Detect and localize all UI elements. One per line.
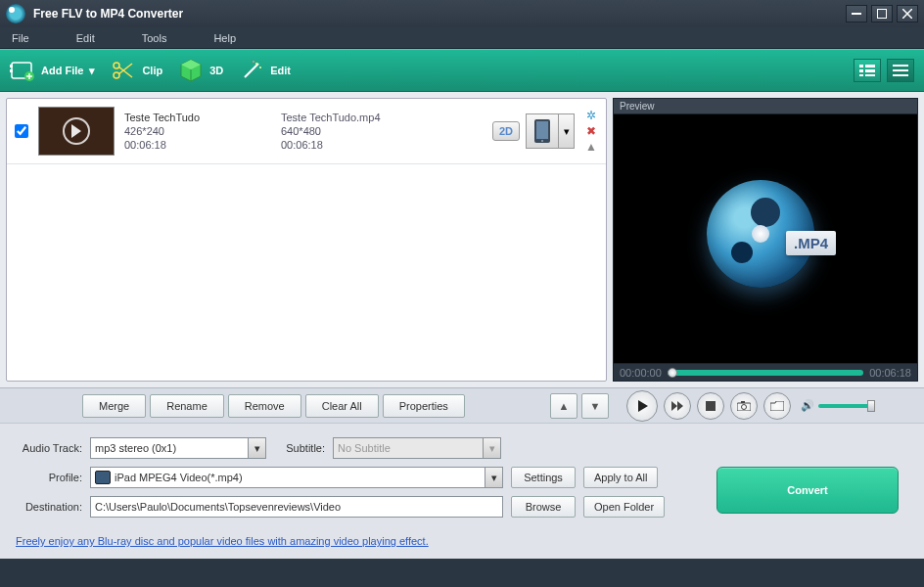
add-file-button[interactable]: Add File ▾ <box>10 58 95 83</box>
edit-label: Edit <box>270 65 291 76</box>
player-controls: 🔊 <box>619 387 924 423</box>
row-settings-icon[interactable]: ✲ <box>584 109 598 122</box>
subtitle-select[interactable]: No Subtitle ▾ <box>333 437 501 459</box>
fast-forward-button[interactable] <box>664 392 691 420</box>
file-list: Teste TechTudo 426*240 00:06:18 Teste Te… <box>7 99 606 381</box>
row-remove-icon[interactable]: ✖ <box>584 124 598 138</box>
file-resolution: 426*240 <box>124 124 271 138</box>
stop-button[interactable] <box>697 392 724 420</box>
output-resolution: 640*480 <box>281 124 428 138</box>
menu-file[interactable]: File <box>12 32 29 44</box>
preview-video-area[interactable]: .MP4 <box>613 113 918 364</box>
volume-handle[interactable] <box>867 400 875 412</box>
apply-to-all-button[interactable]: Apply to All <box>583 467 658 488</box>
profile-select[interactable]: iPad MPEG4 Video(*.mp4) ▾ <box>90 467 503 488</box>
file-checkbox[interactable] <box>15 124 28 138</box>
maximize-button[interactable] <box>871 5 893 23</box>
timeline-end: 00:06:18 <box>869 367 911 379</box>
move-down-button[interactable]: ▼ <box>581 393 609 419</box>
svg-rect-31 <box>536 121 548 139</box>
merge-button[interactable]: Merge <box>82 394 146 418</box>
timeline-start: 00:00:00 <box>620 367 662 379</box>
add-file-icon <box>10 58 35 83</box>
properties-button[interactable]: Properties <box>383 394 465 418</box>
svg-marker-34 <box>671 401 677 411</box>
output-name: Teste TechTudo.mp4 <box>281 111 428 124</box>
svg-rect-25 <box>859 74 863 76</box>
rename-button[interactable]: Rename <box>150 394 224 418</box>
profile-value: iPad MPEG4 Video(*.mp4) <box>115 472 243 483</box>
browse-button[interactable]: Browse <box>511 496 576 518</box>
2d-3d-toggle[interactable]: 2D <box>492 121 520 141</box>
subtitle-label: Subtitle: <box>274 442 325 454</box>
svg-rect-24 <box>865 69 875 72</box>
profile-label: Profile: <box>16 472 82 483</box>
wand-icon <box>239 58 264 83</box>
view-thumbnails-button[interactable] <box>854 59 881 82</box>
video-thumbnail[interactable] <box>38 107 115 156</box>
chevron-down-icon: ▾ <box>248 438 265 458</box>
file-list-panel: Teste TechTudo 426*240 00:06:18 Teste Te… <box>6 98 607 382</box>
open-folder-button[interactable]: Open Folder <box>583 496 665 518</box>
menu-bar: File Edit Tools Help <box>0 27 924 49</box>
clip-button[interactable]: Clip <box>111 58 162 83</box>
open-file-button[interactable] <box>763 392 791 420</box>
snapshot-button[interactable] <box>730 392 758 420</box>
folder-icon <box>770 401 784 411</box>
device-profile-dropdown[interactable]: ▾ <box>559 113 575 149</box>
audio-track-select[interactable]: mp3 stereo (0x1) ▾ <box>90 437 266 459</box>
output-duration: 00:06:18 <box>281 138 428 152</box>
svg-rect-5 <box>10 65 13 68</box>
remove-button[interactable]: Remove <box>228 394 301 418</box>
3d-label: 3D <box>209 65 223 76</box>
svg-rect-23 <box>859 69 863 72</box>
destination-input[interactable]: C:\Users\Paulo\Documents\Topsevenreviews… <box>90 496 503 518</box>
close-button[interactable] <box>897 5 918 23</box>
preview-panel: Preview .MP4 00:00:00 00:06:18 <box>613 98 918 382</box>
3d-button[interactable]: 3D <box>178 58 223 83</box>
row-move-icon[interactable]: ▲ <box>584 140 598 154</box>
convert-button[interactable]: Convert <box>716 467 899 514</box>
menu-edit[interactable]: Edit <box>76 32 95 44</box>
seek-track[interactable] <box>668 370 863 376</box>
chevron-down-icon: ▾ <box>89 65 95 77</box>
settings-button[interactable]: Settings <box>511 467 576 488</box>
svg-rect-28 <box>893 69 908 71</box>
menu-tools[interactable]: Tools <box>142 32 167 44</box>
svg-point-10 <box>114 63 119 68</box>
play-button[interactable] <box>626 390 658 422</box>
scissors-icon <box>111 58 136 83</box>
move-up-button[interactable]: ▲ <box>550 393 578 419</box>
svg-rect-39 <box>741 401 745 403</box>
svg-rect-27 <box>893 65 908 67</box>
edit-button[interactable]: Edit <box>239 58 291 83</box>
app-logo-icon <box>6 4 25 23</box>
file-row[interactable]: Teste TechTudo 426*240 00:06:18 Teste Te… <box>7 99 606 164</box>
preview-label: Preview <box>613 98 918 113</box>
seek-handle[interactable] <box>668 368 677 378</box>
destination-value: C:\Users\Paulo\Documents\Topsevenreviews… <box>95 501 341 513</box>
view-list-button[interactable] <box>887 59 914 82</box>
device-profile-button[interactable] <box>526 113 559 149</box>
subtitle-value: No Subtitle <box>338 442 391 454</box>
volume-slider[interactable] <box>818 404 875 408</box>
minimize-button[interactable] <box>846 5 867 23</box>
cube-3d-icon <box>178 58 204 83</box>
preview-timeline[interactable]: 00:00:00 00:06:18 <box>613 364 918 382</box>
audio-track-label: Audio Track: <box>16 442 82 454</box>
format-tag: .MP4 <box>786 231 836 255</box>
svg-line-17 <box>245 64 258 77</box>
volume-icon[interactable]: 🔊 <box>801 399 814 412</box>
svg-rect-29 <box>893 74 908 76</box>
svg-rect-22 <box>865 65 875 68</box>
promo-link[interactable]: Freely enjoy any Blu-ray disc and popula… <box>16 535 429 547</box>
clear-all-button[interactable]: Clear All <box>305 394 379 418</box>
file-source-info: Teste TechTudo 426*240 00:06:18 <box>124 111 271 152</box>
actions-row: Merge Rename Remove Clear All Properties… <box>0 387 924 423</box>
svg-point-38 <box>742 404 747 409</box>
svg-rect-21 <box>859 65 863 68</box>
destination-label: Destination: <box>16 501 82 513</box>
menu-help[interactable]: Help <box>213 32 236 44</box>
tablet-icon <box>532 118 552 144</box>
preview-placeholder-icon: .MP4 <box>707 180 824 297</box>
